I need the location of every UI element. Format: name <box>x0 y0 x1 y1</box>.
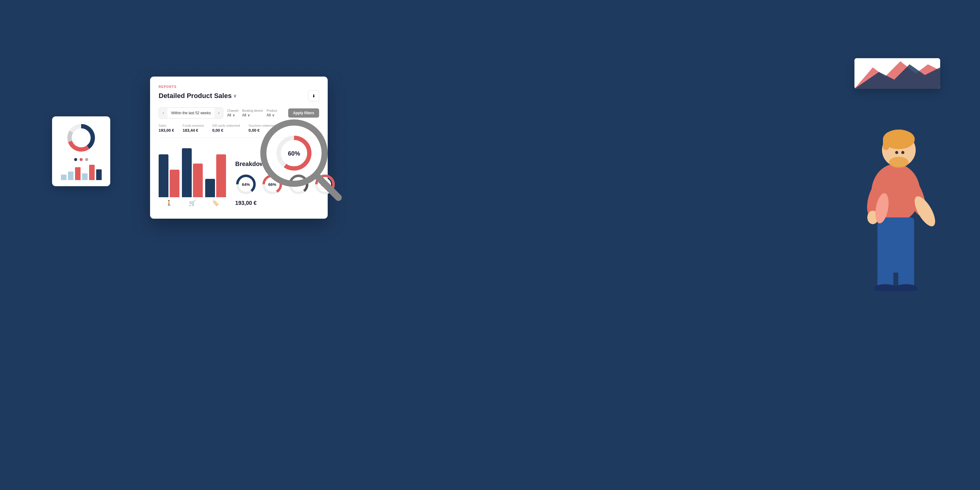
bar-icon: 🛒 <box>189 200 196 207</box>
product-label: Product <box>267 109 277 112</box>
svg-rect-23 <box>883 138 889 150</box>
left-bar <box>68 172 73 180</box>
donut-item: 64% <box>235 173 257 195</box>
svg-point-34 <box>874 284 897 291</box>
bar-icon: 🚶 <box>166 200 172 207</box>
bar-pair <box>182 148 203 197</box>
date-selector: ‹ Within the last 52 weeks › <box>159 108 223 119</box>
left-bar <box>75 167 81 180</box>
left-dots <box>58 158 104 161</box>
reports-label: REPORTS <box>159 85 319 89</box>
stat-value: 193,00 € <box>159 128 174 133</box>
left-bar <box>61 175 67 180</box>
booking-label: Booking device <box>242 109 263 112</box>
stat-item: Funds received 183,44 € <box>183 124 204 133</box>
svg-rect-33 <box>898 248 914 288</box>
left-bar <box>82 173 88 180</box>
channel-filter[interactable]: Channel All ∨ <box>227 109 238 117</box>
left-decorative-card <box>52 116 110 186</box>
svg-line-38 <box>317 176 339 197</box>
stat-value: 183,44 € <box>183 128 204 133</box>
stat-label: Funds received <box>183 124 204 127</box>
donut-label: 64% <box>242 182 250 187</box>
magnifier-illustration: 60% <box>257 116 343 204</box>
bar-chart: 🚶 🛒 🏷️ <box>159 145 226 207</box>
left-bar <box>89 165 95 180</box>
download-icon: ⬇ <box>312 94 315 98</box>
stat-label: Gift cards redeemed <box>212 124 240 127</box>
bar-red <box>193 164 203 197</box>
title-text: Detailed Product Sales <box>159 92 232 100</box>
svg-point-35 <box>894 284 918 291</box>
stat-label: Sales <box>159 124 174 127</box>
bar-pair <box>205 154 226 197</box>
svg-point-26 <box>901 151 904 154</box>
product-filter[interactable]: Product All ∨ <box>267 109 277 117</box>
left-donut-chart <box>66 123 97 153</box>
person-illustration <box>842 76 950 291</box>
bar-dark <box>182 148 192 197</box>
bar-icon: 🏷️ <box>212 200 219 207</box>
svg-text:60%: 60% <box>288 150 300 157</box>
bar-pair <box>159 154 180 197</box>
svg-point-24 <box>889 157 908 168</box>
booking-filter[interactable]: Booking device All ∨ <box>242 109 263 117</box>
chevron-down-icon: ∨ <box>233 94 236 98</box>
bar-group: 🚶 <box>159 154 180 207</box>
bar-group: 🛒 <box>182 148 203 207</box>
stat-item: Gift cards redeemed 0,00 € <box>212 124 240 133</box>
card-title: Detailed Product Sales ∨ <box>159 92 236 100</box>
card-title-row: Detailed Product Sales ∨ ⬇ <box>159 90 319 101</box>
bar-red <box>170 170 180 197</box>
bar-red <box>216 154 226 197</box>
donut-container: 64% <box>235 173 257 195</box>
stat-value: 0,00 € <box>212 128 240 133</box>
date-next-button[interactable]: › <box>215 108 223 118</box>
date-range-text: Within the last 52 weeks <box>167 111 215 115</box>
bar-dark <box>159 154 169 197</box>
svg-point-25 <box>895 151 898 154</box>
color-dot <box>80 158 83 161</box>
color-dot <box>74 158 77 161</box>
bar-group: 🏷️ <box>205 154 226 207</box>
download-button[interactable]: ⬇ <box>308 90 319 101</box>
channel-label: Channel <box>227 109 238 112</box>
left-bars <box>58 165 104 180</box>
svg-point-16 <box>73 130 89 146</box>
channel-select[interactable]: All ∨ <box>227 113 238 117</box>
date-prev-button[interactable]: ‹ <box>159 108 167 118</box>
color-dot <box>85 158 88 161</box>
stat-item: Sales 193,00 € <box>159 124 174 133</box>
bar-dark <box>205 179 215 197</box>
left-bar <box>96 169 102 180</box>
svg-rect-32 <box>877 248 893 288</box>
